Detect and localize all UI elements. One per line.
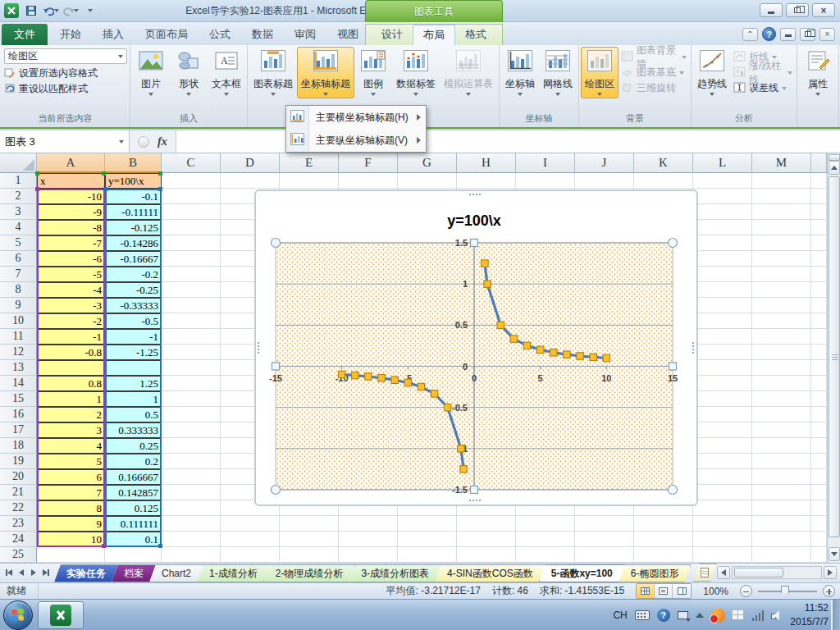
column-header-M[interactable]: M [752,153,811,173]
cell-L18[interactable] [693,438,752,454]
cell-C3[interactable] [162,204,221,220]
help-icon[interactable]: ? [762,27,776,41]
cell-L7[interactable] [693,267,752,282]
cell-L20[interactable] [693,469,752,485]
cell-M5[interactable] [752,235,811,251]
column-header-B[interactable]: B [105,153,162,173]
tab-file[interactable]: 文件 [2,24,48,45]
cell-K1[interactable] [634,173,693,189]
cell-A7[interactable]: -5 [37,267,105,282]
clock[interactable]: 11:52 2015/7/7 [790,601,829,629]
row-header-19[interactable]: 19 [0,454,37,469]
cell-C14[interactable] [162,376,221,391]
insert-function-icon[interactable]: fx [158,135,167,148]
cell-B9[interactable]: -0.33333 [105,298,162,313]
cell-L4[interactable] [693,220,752,235]
cell-L17[interactable] [693,422,752,438]
tab-审阅[interactable]: 审阅 [284,24,326,45]
cell-K24[interactable] [634,532,693,547]
column-header-L[interactable]: L [693,153,752,173]
cell-G24[interactable] [398,532,457,547]
column-header-G[interactable]: G [398,153,457,173]
cell-L16[interactable] [693,407,752,422]
first-sheet-icon[interactable] [3,567,14,578]
tab-开始[interactable]: 开始 [49,24,92,45]
cell-M3[interactable] [752,204,811,220]
ribbon-button-绘图区[interactable]: 绘图区 [581,47,619,98]
cell-C8[interactable] [162,282,221,298]
selection-dropdown[interactable]: 绘图区 [4,48,127,64]
cell-F24[interactable] [339,532,398,547]
cell-M4[interactable] [752,220,811,235]
cell-A18[interactable]: 4 [37,438,105,454]
row-header-1[interactable]: 1 [0,173,37,189]
cell-N2[interactable] [811,189,827,204]
row-header-22[interactable]: 22 [0,500,37,516]
cell-N15[interactable] [811,391,827,407]
tab-页面布局[interactable]: 页面布局 [135,24,199,45]
cell-C19[interactable] [162,454,221,469]
row-header-9[interactable]: 9 [0,298,37,313]
cell-L1[interactable] [693,173,752,189]
cell-C11[interactable] [162,329,221,345]
sheet-tab-档案[interactable]: 档案 [112,564,156,582]
cell-L10[interactable] [693,313,752,329]
cell-D1[interactable] [221,173,280,189]
column-header-partial[interactable] [811,153,827,173]
cell-A22[interactable]: 8 [37,500,105,516]
cell-N1[interactable] [811,173,827,189]
row-header-14[interactable]: 14 [0,376,37,391]
cell-L9[interactable] [693,298,752,313]
cell-C17[interactable] [162,422,221,438]
cell-M10[interactable] [752,313,811,329]
cell-B13[interactable] [105,360,162,376]
column-header-D[interactable]: D [221,153,280,173]
cell-J23[interactable] [575,516,634,532]
zoom-level[interactable]: 100% [703,586,728,597]
cell-M6[interactable] [752,251,811,267]
cell-L25[interactable] [693,547,752,563]
cell-B18[interactable]: 0.25 [105,438,162,454]
language-indicator[interactable]: CH [613,609,627,621]
normal-view-icon[interactable] [637,584,655,598]
cell-M8[interactable] [752,282,811,298]
cell-A19[interactable]: 5 [37,454,105,469]
cell-B6[interactable]: -0.16667 [105,251,162,267]
column-header-C[interactable]: C [162,153,221,173]
zoom-in-icon[interactable] [823,585,835,597]
cell-C9[interactable] [162,298,221,313]
cell-C20[interactable] [162,469,221,485]
row-header-11[interactable]: 11 [0,329,37,345]
cell-L21[interactable] [693,485,752,500]
cell-B3[interactable]: -0.11111 [105,204,162,220]
cell-C21[interactable] [162,485,221,500]
cell-I23[interactable] [516,516,575,532]
workbook-close-button[interactable]: × [819,28,835,41]
last-sheet-icon[interactable] [40,567,51,578]
ribbon-button-属性[interactable]: 属性 [799,47,837,98]
cell-A25[interactable] [37,547,105,563]
close-button[interactable]: × [812,3,835,17]
column-header-I[interactable]: I [516,153,575,173]
row-header-4[interactable]: 4 [0,220,37,235]
tab-插入[interactable]: 插入 [92,24,135,45]
cell-A9[interactable]: -3 [37,298,105,313]
cell-B20[interactable]: 0.166667 [105,469,162,485]
cell-B17[interactable]: 0.333333 [105,422,162,438]
cell-B22[interactable]: 0.125 [105,500,162,516]
menu-item-主要横坐标轴标题(H)[interactable]: 主要横坐标轴标题(H) [286,106,426,129]
row-header-10[interactable]: 10 [0,313,37,329]
sheet-tab-6-椭圆图形[interactable]: 6-椭圆图形 [619,564,692,582]
workbook-restore-button[interactable] [800,28,815,41]
horizontal-scrollbar[interactable] [717,564,840,579]
cell-J24[interactable] [575,532,634,547]
cell-M20[interactable] [752,469,811,485]
cell-B25[interactable] [105,547,162,563]
row-header-7[interactable]: 7 [0,267,37,282]
restore-button[interactable] [786,3,809,17]
taskbar-excel-button[interactable] [38,601,84,629]
scroll-down-icon[interactable] [829,547,840,561]
name-box[interactable]: 图表 3 [0,130,130,153]
chart-object[interactable]: y=100\x 1.5 1 0.5 0 -0.5 -1 -1.5 -15 -10… [254,189,698,509]
cell-L19[interactable] [693,454,752,469]
